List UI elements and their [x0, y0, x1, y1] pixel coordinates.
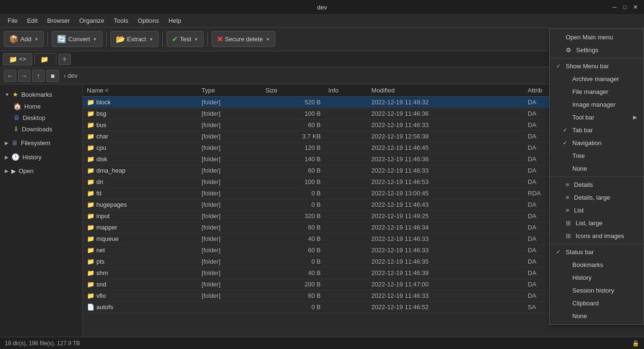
cm-item-tree[interactable]: Tree — [550, 149, 644, 162]
folder-icon: 📁 — [87, 224, 94, 231]
cell-size: 0 B — [261, 256, 325, 267]
tab-folder-icon: 📁 — [9, 55, 17, 63]
cm-item-none1[interactable]: None — [550, 162, 644, 175]
cell-size: 40 B — [261, 233, 325, 245]
cm-item-tool-bar[interactable]: Tool bar ▶ — [550, 111, 644, 124]
cm-item-settings[interactable]: ⚙ Settings — [550, 44, 644, 56]
add-button[interactable]: 📦Add▼ — [4, 31, 44, 47]
cell-modified: 2022-12-19 12:56:38 — [368, 131, 524, 142]
folder-icon: 📁 — [87, 110, 94, 117]
cm-item-open-main-menu[interactable]: Open Main menu — [550, 31, 644, 44]
cm-item-navigation[interactable]: ✓ Navigation — [550, 137, 644, 149]
titlebar: dev ─ □ ✕ — [0, 0, 644, 14]
view-toggle-button[interactable]: ■ — [47, 70, 59, 82]
menu-item-organize[interactable]: Organize — [75, 15, 109, 26]
sidebar-item-home[interactable]: 🏠Home — [0, 101, 83, 112]
cm-item-session-history[interactable]: Session history — [550, 284, 644, 297]
col-info[interactable]: Info — [325, 84, 368, 97]
secure-delete-button[interactable]: ✖Secure delete▼ — [212, 31, 275, 47]
convert-button[interactable]: 🔄Convert▼ — [52, 31, 102, 47]
cell-size: 40 B — [261, 267, 325, 279]
cell-type — [198, 302, 261, 313]
sidebar-section-open: ▶▶Open — [0, 165, 83, 177]
context-menu: Open Main menu ⚙ Settings ✓ Show Menu ba… — [549, 28, 644, 325]
cm-item-bookmarks-item[interactable]: Bookmarks — [550, 258, 644, 271]
col-name[interactable]: Name < — [83, 84, 198, 97]
sidebar-item-label: Desktop — [23, 114, 46, 121]
close-button[interactable]: ✕ — [632, 3, 639, 11]
cell-size: 0 B — [261, 188, 325, 199]
cell-size: 60 B — [261, 290, 325, 302]
menu-item-file[interactable]: File — [3, 15, 22, 26]
toolbar-separator — [47, 32, 48, 46]
test-button[interactable]: ✔Test▼ — [167, 31, 204, 47]
toolbar-separator — [106, 32, 107, 46]
cell-name: 📁net — [83, 245, 198, 256]
sidebar-item-desktop[interactable]: 🖥Desktop — [0, 112, 83, 123]
cell-modified: 2022-12-19 11:46:52 — [368, 302, 524, 313]
cm-item-archive-manager[interactable]: Archive manager — [550, 73, 644, 85]
cell-name: 📁mqueue — [83, 233, 198, 245]
toolbar-separator — [162, 32, 163, 46]
sidebar-header-history[interactable]: ▶🕐History — [0, 151, 83, 163]
filename: bus — [96, 121, 106, 129]
sidebar-section-filesystem: ▶🖥Filesystem — [0, 137, 83, 149]
cm-item-icons-images[interactable]: ⊞ Icons and images — [550, 230, 644, 242]
sidebar-header-bookmarks[interactable]: ▼★Bookmarks — [0, 88, 83, 101]
cm-label: Clipboard — [572, 300, 599, 307]
cell-size: 100 B — [261, 176, 325, 188]
add-tab-button[interactable]: + — [58, 54, 71, 65]
cm-label: Details, large — [574, 194, 610, 201]
cell-modified: 2022-12-19 11:46:35 — [368, 256, 524, 267]
menu-item-help[interactable]: Help — [164, 15, 186, 26]
cm-item-tab-bar[interactable]: ✓ Tab bar — [550, 124, 644, 137]
tab-tab1[interactable]: 📁<> — [3, 53, 32, 65]
menu-item-options[interactable]: Options — [133, 15, 164, 26]
extract-button[interactable]: 📂Extract▼ — [111, 31, 159, 47]
cell-size: 60 B — [261, 119, 325, 131]
cm-item-show-menu-bar[interactable]: ✓ Show Menu bar — [550, 60, 644, 73]
cm-item-details[interactable]: ≡ Details — [550, 178, 644, 191]
folder-icon: 📁 — [87, 167, 94, 174]
col-type[interactable]: Type — [198, 84, 261, 97]
col-modified[interactable]: Modified — [368, 84, 524, 97]
folder-icon: 📁 — [87, 212, 94, 220]
cm-label: Tab bar — [572, 127, 593, 134]
cell-modified: 2022-12-19 11:49:32 — [368, 97, 524, 108]
cm-label: Session history — [572, 287, 614, 294]
filename: mqueue — [96, 235, 119, 242]
cm-item-details-large[interactable]: ≡ Details, large — [550, 191, 644, 204]
menu-item-browser[interactable]: Browser — [42, 15, 75, 26]
nav-separator: › — [64, 72, 65, 79]
cm-item-image-manager[interactable]: Image manager — [550, 98, 644, 111]
nav-path-dev[interactable]: dev — [67, 72, 77, 79]
cm-item-file-manager[interactable]: File manager — [550, 85, 644, 98]
forward-button[interactable]: → — [18, 70, 30, 82]
sidebar-section-label: Open — [19, 167, 34, 174]
menu-item-edit[interactable]: Edit — [22, 15, 42, 26]
cell-name: 📁input — [83, 211, 198, 222]
sidebar-item-downloads[interactable]: ⬇Downloads — [0, 123, 83, 135]
cell-name: 📁dma_heap — [83, 165, 198, 176]
tab-tab2[interactable]: 📁 — [34, 53, 56, 65]
cm-item-list-large[interactable]: ⊞ List, large — [550, 217, 644, 230]
back-button[interactable]: ← — [4, 70, 16, 82]
sidebar-header-open[interactable]: ▶▶Open — [0, 165, 83, 177]
up-button[interactable]: ↑ — [32, 70, 45, 82]
cm-item-none2[interactable]: None — [550, 310, 644, 322]
cm-item-list[interactable]: ≡ List — [550, 204, 644, 217]
menu-item-tools[interactable]: Tools — [109, 15, 133, 26]
cell-size: 140 B — [261, 154, 325, 165]
add-chevron-icon: ▼ — [34, 37, 38, 42]
cm-item-status-bar[interactable]: ✓ Status bar — [550, 246, 644, 258]
cell-type: [folder] — [198, 199, 261, 211]
col-size[interactable]: Size — [261, 84, 325, 97]
convert-label: Convert — [68, 36, 90, 43]
cell-info — [325, 119, 368, 131]
cm-label: File manager — [572, 88, 608, 95]
minimize-button[interactable]: ─ — [611, 3, 618, 11]
cm-item-clipboard[interactable]: Clipboard — [550, 297, 644, 310]
maximize-button[interactable]: □ — [621, 3, 629, 11]
cm-item-history-item[interactable]: History — [550, 271, 644, 284]
sidebar-header-filesystem[interactable]: ▶🖥Filesystem — [0, 137, 83, 149]
